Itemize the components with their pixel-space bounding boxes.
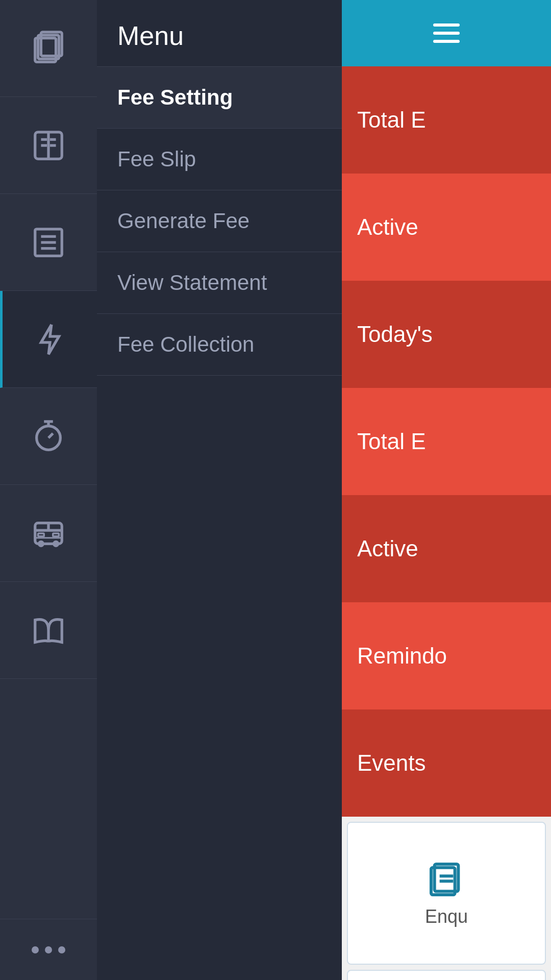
sidebar-item-bus[interactable] bbox=[0, 485, 97, 582]
top-bar bbox=[342, 0, 551, 66]
menu-item-fee-slip[interactable]: Fee Slip bbox=[97, 129, 342, 190]
flash-icon bbox=[32, 322, 68, 357]
sidebar-item-flash[interactable] bbox=[0, 291, 97, 388]
bus-icon bbox=[31, 516, 66, 551]
right-panel: Total E Active Today's Total E Active Re… bbox=[342, 0, 551, 980]
menu-item-view-statement[interactable]: View Statement bbox=[97, 252, 342, 314]
stats-section: Total E Active Today's Total E Active Re… bbox=[342, 66, 551, 817]
stat-label-total-e-2: Total E bbox=[357, 429, 426, 454]
stat-label-reminder: Remindo bbox=[357, 643, 447, 669]
enquiry-icon bbox=[426, 859, 467, 900]
svg-line-15 bbox=[48, 433, 53, 438]
svg-rect-23 bbox=[38, 533, 44, 536]
sidebar-more-dots[interactable] bbox=[0, 919, 97, 980]
menu-title: Menu bbox=[97, 0, 342, 67]
stat-card-total-e-1[interactable]: Total E bbox=[342, 66, 551, 174]
stat-label-active-1: Active bbox=[357, 214, 418, 240]
stat-label-events: Events bbox=[357, 750, 426, 776]
dictionary-icon bbox=[31, 612, 66, 648]
stat-card-events[interactable]: Events bbox=[342, 709, 551, 817]
list-icon bbox=[31, 225, 66, 260]
files-icon bbox=[31, 31, 66, 66]
hamburger-line-3 bbox=[433, 40, 460, 43]
stat-card-active-2[interactable]: Active bbox=[342, 495, 551, 602]
book-icon bbox=[31, 128, 66, 163]
sidebar-item-dictionary[interactable] bbox=[0, 582, 97, 679]
stat-card-todays[interactable]: Today's bbox=[342, 281, 551, 388]
menu-panel: Menu Fee Setting Fee Slip Generate Fee V… bbox=[97, 0, 342, 980]
svg-rect-24 bbox=[53, 533, 59, 536]
stat-label-total-e-1: Total E bbox=[357, 107, 426, 133]
sidebar-item-list[interactable] bbox=[0, 194, 97, 291]
sidebar-item-book[interactable] bbox=[0, 97, 97, 194]
dot-3 bbox=[58, 946, 65, 953]
svg-point-21 bbox=[54, 542, 58, 546]
menu-item-fee-setting[interactable]: Fee Setting bbox=[97, 67, 342, 129]
sidebar-item-timer[interactable] bbox=[0, 388, 97, 485]
card-enquiry-label: Enqu bbox=[425, 906, 468, 927]
dot-1 bbox=[32, 946, 39, 953]
stat-label-active-2: Active bbox=[357, 536, 418, 561]
dot-2 bbox=[45, 946, 52, 953]
hamburger-button[interactable] bbox=[433, 23, 460, 43]
menu-items-list: Fee Setting Fee Slip Generate Fee View S… bbox=[97, 67, 342, 376]
hamburger-line-2 bbox=[433, 32, 460, 35]
stat-card-reminder[interactable]: Remindo bbox=[342, 602, 551, 709]
sidebar-item-files[interactable] bbox=[0, 0, 97, 97]
sidebar bbox=[0, 0, 97, 980]
stat-card-active-1[interactable]: Active bbox=[342, 174, 551, 281]
card-enquiry[interactable]: Enqu bbox=[347, 822, 546, 965]
hamburger-line-1 bbox=[433, 23, 460, 27]
cards-section: Enqu Fee bbox=[342, 817, 551, 980]
stat-card-total-e-2[interactable]: Total E bbox=[342, 388, 551, 495]
svg-point-20 bbox=[39, 542, 43, 546]
card-fee[interactable]: Fee bbox=[347, 970, 546, 980]
timer-icon bbox=[31, 419, 66, 454]
menu-item-fee-collection[interactable]: Fee Collection bbox=[97, 314, 342, 376]
menu-item-generate-fee[interactable]: Generate Fee bbox=[97, 190, 342, 252]
stat-label-todays: Today's bbox=[357, 322, 433, 347]
